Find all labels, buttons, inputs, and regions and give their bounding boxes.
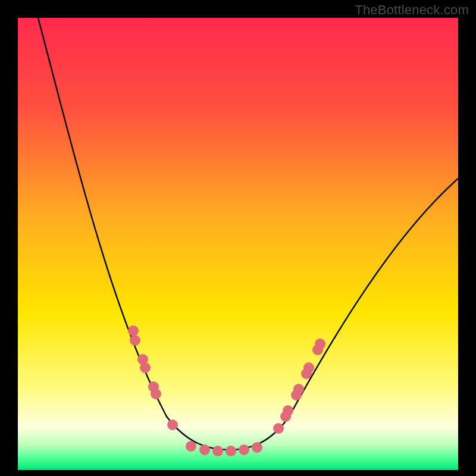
data-marker (130, 335, 140, 346)
gradient-background (18, 18, 458, 470)
data-marker (283, 405, 293, 416)
data-marker (303, 362, 314, 373)
data-marker (186, 441, 196, 452)
data-marker (239, 444, 249, 455)
watermark-text: TheBottleneck.com (355, 2, 469, 18)
data-marker (140, 362, 151, 373)
bottleneck-chart (0, 0, 476, 476)
chart-frame: { "watermark": "TheBottleneck.com", "cha… (0, 0, 476, 476)
data-marker (167, 419, 178, 430)
data-marker (315, 339, 325, 349)
data-marker (128, 325, 139, 336)
data-marker (199, 444, 210, 455)
data-marker (252, 442, 262, 453)
data-marker (212, 446, 223, 456)
data-marker (226, 446, 236, 456)
data-marker (151, 389, 161, 399)
data-marker (273, 423, 284, 434)
data-marker (293, 384, 304, 394)
